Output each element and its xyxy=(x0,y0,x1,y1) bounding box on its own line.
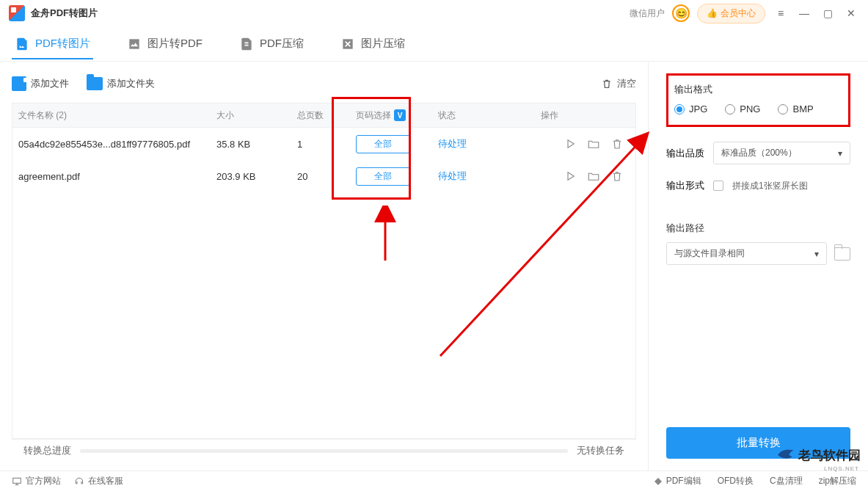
table-row: 05a4dc92e855453e...d81ff97776805.pdf 35.… xyxy=(12,128,635,160)
pdf-to-image-icon xyxy=(15,37,29,51)
quality-row: 输出品质 标准品质（200%） ▾ xyxy=(666,142,850,164)
format-bmp-radio[interactable]: BMP xyxy=(778,103,813,114)
user-avatar-icon[interactable]: 😊 xyxy=(672,4,690,22)
svg-rect-0 xyxy=(13,478,21,483)
vip-label: 会员中心 xyxy=(721,7,756,20)
file-name: 05a4dc92e855453e...d81ff97776805.pdf xyxy=(18,139,216,150)
output-format-group: 输出格式 JPG PNG BMP xyxy=(666,73,850,127)
maximize-icon[interactable]: ▢ xyxy=(820,5,836,21)
file-size: 203.9 KB xyxy=(216,171,297,182)
link-icon xyxy=(654,477,663,486)
col-select-header: 页码选择 V xyxy=(356,109,438,122)
footer-pdf-edit-link[interactable]: PDF编辑 xyxy=(654,475,701,487)
image-compress-icon xyxy=(340,37,355,51)
mode-label: 输出形式 xyxy=(666,179,704,192)
output-path-select[interactable]: 与源文件目录相同 ▾ xyxy=(666,242,827,265)
app-logo-icon xyxy=(9,5,25,21)
footer-zip-link[interactable]: zip解压缩 xyxy=(819,475,856,487)
quality-select[interactable]: 标准品质（200%） ▾ xyxy=(713,142,850,164)
title-bar: 金舟PDF转图片 微信用户 😊 👍 会员中心 ≡ — ▢ ✕ xyxy=(0,0,868,26)
col-ops-header: 操作 xyxy=(541,109,630,122)
file-table: 05a4dc92e855453e...d81ff97776805.pdf 35.… xyxy=(12,128,636,439)
format-jpg-radio[interactable]: JPG xyxy=(674,103,707,114)
stitch-checkbox[interactable] xyxy=(713,181,723,191)
radio-icon xyxy=(778,104,788,114)
settings-panel: 输出格式 JPG PNG BMP 输出品质 标准品质（200%） ▾ 输出形式 … xyxy=(648,62,868,470)
chevron-down-icon: ▾ xyxy=(838,148,842,159)
play-icon[interactable] xyxy=(564,170,577,183)
delete-icon[interactable] xyxy=(610,170,624,183)
tab-pdf-compress[interactable]: PDF压缩 xyxy=(236,29,307,59)
bird-logo-icon xyxy=(776,445,795,465)
quality-label: 输出品质 xyxy=(666,147,704,160)
table-header: 文件名称 (2) 大小 总页数 页码选择 V 状态 操作 xyxy=(12,103,636,128)
open-folder-icon[interactable] xyxy=(587,137,600,150)
tab-image-to-pdf[interactable]: 图片转PDF xyxy=(124,29,205,59)
menu-icon[interactable]: ≡ xyxy=(773,5,789,21)
clear-label: 清空 xyxy=(617,77,636,90)
footer-cdisk-link[interactable]: C盘清理 xyxy=(770,475,803,487)
progress-bar-row: 转换总进度 无转换任务 xyxy=(12,439,636,462)
page-select-button[interactable]: 全部 xyxy=(356,135,410,153)
tab-label: PDF压缩 xyxy=(260,37,304,51)
tab-label: 图片转PDF xyxy=(147,37,203,51)
main-tabs: PDF转图片 图片转PDF PDF压缩 图片压缩 xyxy=(0,26,868,62)
page-select-button[interactable]: 全部 xyxy=(356,167,410,186)
play-icon[interactable] xyxy=(564,137,577,150)
tab-image-compress[interactable]: 图片压缩 xyxy=(338,29,408,59)
tab-pdf-to-image[interactable]: PDF转图片 xyxy=(12,29,93,59)
col-name-header: 文件名称 (2) xyxy=(18,109,216,122)
pdf-compress-icon xyxy=(239,37,254,51)
add-file-label: 添加文件 xyxy=(31,77,69,90)
table-row: agreement.pdf 203.9 KB 20 全部 待处理 xyxy=(12,160,635,192)
monitor-icon xyxy=(12,476,22,487)
thumbs-up-icon: 👍 xyxy=(707,8,718,18)
app-title: 金舟PDF转图片 xyxy=(31,7,98,20)
file-pages: 1 xyxy=(297,139,356,150)
delete-icon[interactable] xyxy=(610,137,624,150)
footer-ofd-link[interactable]: OFD转换 xyxy=(718,475,754,487)
add-file-button[interactable]: 添加文件 xyxy=(12,76,69,91)
file-toolbar: 添加文件 添加文件夹 清空 xyxy=(12,70,636,97)
format-png-radio[interactable]: PNG xyxy=(725,103,760,114)
headset-icon xyxy=(74,476,84,487)
file-status: 待处理 xyxy=(438,138,467,149)
watermark-sub: LNQS.NET xyxy=(824,465,859,472)
tab-label: PDF转图片 xyxy=(35,37,90,51)
footer: 官方网站 在线客服 PDF编辑 OFD转换 C盘清理 zip解压缩 xyxy=(0,470,868,491)
add-folder-button[interactable]: 添加文件夹 xyxy=(87,77,155,90)
file-pages: 20 xyxy=(297,171,356,182)
add-folder-label: 添加文件夹 xyxy=(107,77,155,90)
stitch-label: 拼接成1张竖屏长图 xyxy=(732,180,808,192)
radio-icon xyxy=(725,104,735,114)
minimize-icon[interactable]: — xyxy=(796,5,812,21)
folder-icon xyxy=(87,77,103,90)
image-to-pdf-icon xyxy=(127,37,142,51)
watermark: 老鸟软件园 xyxy=(776,445,861,465)
col-pages-header: 总页数 xyxy=(297,109,356,122)
vip-badge-icon: V xyxy=(394,109,406,121)
close-icon[interactable]: ✕ xyxy=(843,5,859,21)
chevron-down-icon: ▾ xyxy=(814,249,819,259)
progress-status: 无转换任务 xyxy=(577,444,624,457)
clear-button[interactable]: 清空 xyxy=(601,77,636,90)
file-status: 待处理 xyxy=(438,170,467,181)
vip-center-button[interactable]: 👍 会员中心 xyxy=(697,4,765,23)
col-status-header: 状态 xyxy=(438,109,541,122)
open-folder-icon[interactable] xyxy=(587,170,600,183)
col-size-header: 大小 xyxy=(216,109,297,122)
progress-track xyxy=(80,449,568,453)
format-label: 输出格式 xyxy=(674,83,842,96)
path-label: 输出路径 xyxy=(666,222,850,235)
customer-service-link[interactable]: 在线客服 xyxy=(74,475,123,487)
official-site-link[interactable]: 官方网站 xyxy=(12,475,61,487)
tab-label: 图片压缩 xyxy=(361,37,405,51)
file-size: 35.8 KB xyxy=(216,139,297,150)
file-name: agreement.pdf xyxy=(18,171,216,182)
progress-label: 转换总进度 xyxy=(23,444,71,457)
radio-icon xyxy=(674,104,685,114)
browse-folder-icon[interactable] xyxy=(834,247,850,261)
mode-row: 输出形式 拼接成1张竖屏长图 xyxy=(666,179,850,192)
user-label: 微信用户 xyxy=(630,7,665,20)
trash-icon xyxy=(601,78,613,90)
